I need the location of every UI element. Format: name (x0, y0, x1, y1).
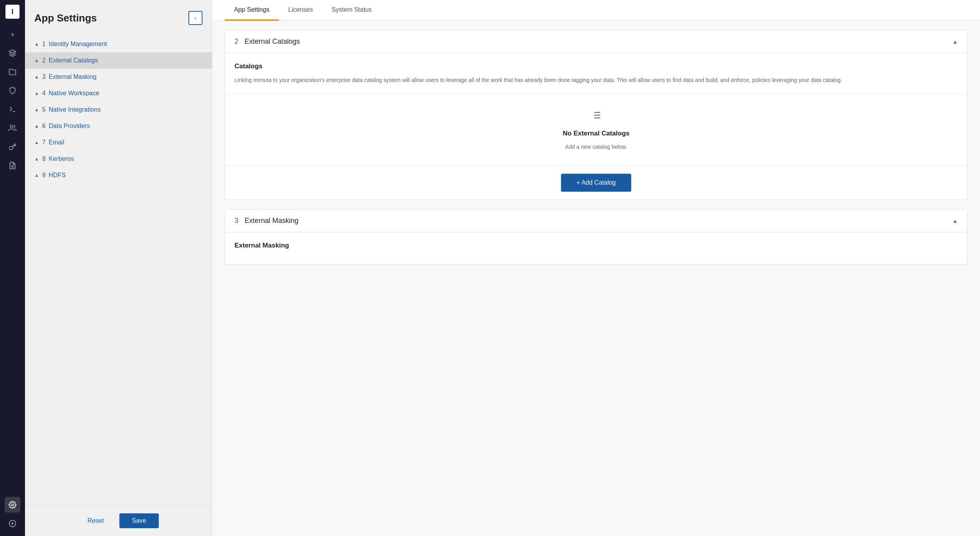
sidebar-item-email[interactable]: ▲ 7 Email (25, 134, 212, 151)
add-catalog-section: + Add Catalog (225, 166, 967, 199)
sidebar-item-label: Kerberos (49, 155, 74, 162)
tab-app-settings[interactable]: App Settings (225, 0, 279, 21)
sidebar-item-label: External Masking (49, 73, 97, 80)
nav-bar: I ＋ (0, 0, 25, 536)
svg-point-2 (10, 125, 13, 128)
sidebar-item-hdfs[interactable]: ▲ 9 HDFS (25, 167, 212, 183)
section-title: External Masking (245, 217, 298, 225)
sidebar-item-label: Native Integrations (49, 106, 101, 113)
item-num: 6 (42, 123, 46, 130)
content-area: 2 External Catalogs ▲ Catalogs Linking I… (212, 21, 980, 536)
chevron-up-icon: ▲ (34, 41, 39, 47)
sidebar-item-native-workspace[interactable]: ▲ 4 Native Workspace (25, 85, 212, 102)
svg-point-5 (12, 504, 14, 506)
section-num: 2 (234, 37, 238, 46)
sidebar-item-label: Native Workspace (49, 90, 99, 97)
sidebar-item-label: Identity Management (49, 41, 107, 48)
sidebar-item-label: Email (49, 139, 64, 146)
tab-system-status[interactable]: System Status (322, 0, 381, 21)
sidebar-item-external-masking[interactable]: ▲ 3 External Masking (25, 69, 212, 85)
item-num: 4 (42, 90, 46, 97)
sidebar-title: App Settings (34, 12, 97, 24)
chevron-up-icon: ▲ (34, 74, 39, 80)
sidebar-item-label: Data Providers (49, 123, 90, 130)
tab-bar: App Settings Licenses System Status (212, 0, 980, 21)
section-body-external-catalogs: Catalogs Linking Immuta to your organiza… (225, 53, 968, 200)
svg-marker-0 (9, 50, 16, 53)
key-nav-icon[interactable] (5, 139, 20, 155)
section-body-external-masking: External Masking (225, 232, 968, 265)
sidebar-item-kerberos[interactable]: ▲ 8 Kerberos (25, 151, 212, 167)
add-circle-nav-icon[interactable] (5, 516, 20, 531)
section-title: External Catalogs (245, 37, 300, 46)
chevron-up-icon: ▲ (34, 123, 39, 129)
sidebar-item-external-catalogs[interactable]: ▲ 2 External Catalogs (25, 52, 212, 69)
chevron-up-icon: ▲ (34, 156, 39, 162)
section-header-left: 2 External Catalogs (234, 37, 300, 46)
chevron-up-icon: ▲ (34, 91, 39, 96)
plus-nav-icon[interactable]: ＋ (5, 27, 20, 42)
reset-button[interactable]: Reset (78, 513, 113, 528)
chevron-up-icon: ▲ (952, 218, 958, 224)
chevron-up-icon: ▲ (34, 140, 39, 145)
chevron-up-icon: ▲ (34, 107, 39, 112)
sidebar-footer: Reset Save (25, 505, 212, 536)
section-external-catalogs: 2 External Catalogs ▲ Catalogs Linking I… (225, 30, 968, 200)
card-description: Linking Immuta to your organization's en… (234, 76, 958, 84)
item-num: 9 (42, 172, 46, 179)
section-header-external-catalogs[interactable]: 2 External Catalogs ▲ (225, 30, 968, 53)
chevron-up-icon: ▲ (34, 58, 39, 63)
terminal-nav-icon[interactable] (5, 102, 20, 117)
empty-state-catalogs: No External Catalogs Add a new catalog b… (225, 94, 967, 166)
main-content: App Settings Licenses System Status 2 Ex… (212, 0, 980, 536)
sidebar-nav: ▲ 1 Identity Management ▲ 2 External Cat… (25, 33, 212, 505)
shield-nav-icon[interactable] (5, 83, 20, 98)
external-masking-card: External Masking (225, 232, 967, 265)
sidebar-item-identity-management[interactable]: ▲ 1 Identity Management (25, 36, 212, 52)
settings-nav-icon[interactable] (5, 497, 20, 513)
app-logo: I (5, 5, 20, 19)
item-num: 3 (42, 73, 46, 80)
sidebar: App Settings ‹ ▲ 1 Identity Management ▲… (25, 0, 212, 536)
sidebar-item-label: External Catalogs (49, 57, 98, 64)
empty-subtitle: Add a new catalog below. (565, 144, 627, 150)
chevron-up-icon: ▲ (952, 39, 958, 45)
collapse-button[interactable]: ‹ (188, 11, 202, 25)
sidebar-item-data-providers[interactable]: ▲ 6 Data Providers (25, 118, 212, 134)
sidebar-item-label: HDFS (49, 172, 66, 179)
item-num: 8 (42, 155, 46, 162)
users-nav-icon[interactable] (5, 120, 20, 136)
item-num: 7 (42, 139, 46, 146)
notes-nav-icon[interactable] (5, 158, 20, 173)
section-external-masking: 3 External Masking ▲ External Masking (225, 209, 968, 265)
section-header-left: 3 External Masking (234, 217, 298, 225)
section-num: 3 (234, 217, 238, 225)
folder-nav-icon[interactable] (5, 64, 20, 80)
section-header-external-masking[interactable]: 3 External Masking ▲ (225, 209, 968, 232)
add-catalog-button[interactable]: + Add Catalog (561, 174, 632, 192)
item-num: 1 (42, 41, 46, 48)
card-title: Catalogs (234, 62, 958, 70)
layers-nav-icon[interactable] (5, 45, 20, 61)
chevron-up-icon: ▲ (34, 173, 39, 178)
empty-title: No External Catalogs (563, 130, 630, 137)
sidebar-header: App Settings ‹ (25, 0, 212, 33)
tab-licenses[interactable]: Licenses (279, 0, 322, 21)
item-num: 5 (42, 106, 46, 113)
sidebar-item-native-integrations[interactable]: ▲ 5 Native Integrations (25, 102, 212, 118)
list-empty-icon (591, 110, 602, 123)
card-title: External Masking (234, 242, 958, 249)
save-button[interactable]: Save (119, 513, 158, 528)
item-num: 2 (42, 57, 46, 64)
catalogs-card: Catalogs Linking Immuta to your organiza… (225, 53, 967, 94)
